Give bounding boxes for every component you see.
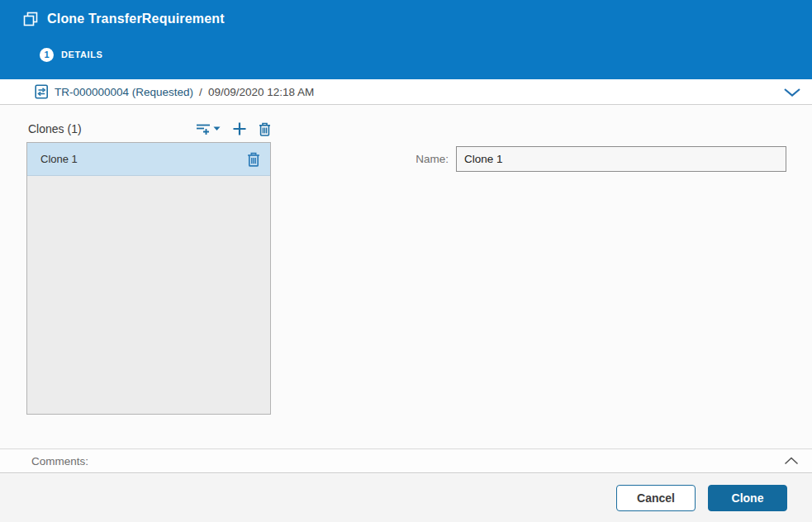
clones-toolbar [196,121,271,136]
clone-dialog: Clone TransferRequirement 1 DETAILS TR-0… [0,0,812,522]
clone-button[interactable]: Clone [708,485,787,511]
comments-section-bar[interactable]: Comments: [0,448,812,473]
clones-list: Clone 1 [26,142,271,415]
header-title-row: Clone TransferRequirement [23,8,795,30]
comments-collapse-button[interactable] [782,452,800,470]
record-collapse-button[interactable] [782,83,802,102]
page-title: Clone TransferRequirement [47,12,225,26]
clones-heading: Clones (1) [28,122,82,135]
caret-down-icon [213,126,221,131]
add-multiple-icon [196,122,211,136]
name-field-row: Name: [397,146,786,172]
step-number-badge: 1 [40,48,54,62]
record-link[interactable]: TR-000000004 (Requested) [55,86,193,98]
list-item-clone-1[interactable]: Clone 1 [27,143,270,176]
clones-header: Clones (1) [28,118,271,140]
chevron-up-icon [784,457,799,465]
trash-icon [247,152,260,167]
add-multiple-button[interactable] [196,122,221,136]
delete-clone-toolbar-button[interactable] [259,122,271,136]
comments-label: Comments: [31,455,88,467]
step-indicator: 1 DETAILS [40,46,102,63]
cancel-button[interactable]: Cancel [616,485,696,511]
transfer-record-icon [35,84,49,99]
record-separator: / [199,86,202,98]
chevron-down-icon [783,88,801,97]
clone-icon [23,12,38,26]
wizard-header: Clone TransferRequirement 1 DETAILS [0,0,812,79]
record-timestamp: 09/09/2020 12:18 AM [208,86,314,98]
plus-icon [232,121,247,136]
delete-clone-1-button[interactable] [247,152,260,167]
step-label: DETAILS [61,50,102,59]
dialog-footer: Cancel Clone [0,474,812,522]
name-input[interactable] [456,146,786,172]
list-item-label: Clone 1 [40,153,78,165]
add-clone-button[interactable] [232,121,247,136]
trash-icon [259,122,271,136]
name-label: Name: [397,153,449,165]
record-bar: TR-000000004 (Requested) / 09/09/2020 12… [0,79,812,105]
